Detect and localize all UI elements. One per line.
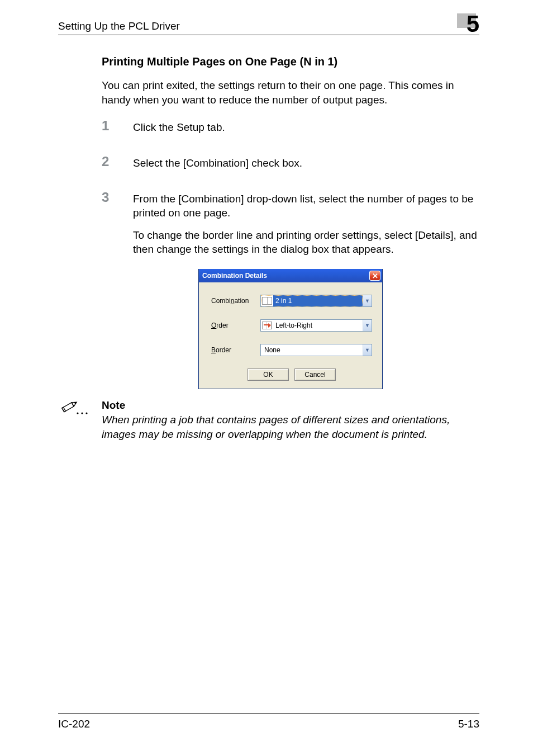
two-in-one-icon	[261, 295, 273, 306]
step-number: 2	[102, 155, 133, 168]
dialog-title: Combination Details	[202, 272, 267, 280]
order-value: Left-to-Right	[273, 320, 363, 331]
svg-rect-3	[62, 407, 66, 412]
footer-right: 5-13	[458, 718, 479, 730]
left-to-right-icon	[261, 320, 273, 331]
step-number: 1	[102, 119, 133, 133]
section-heading: Printing Multiple Pages on One Page (N i…	[102, 55, 479, 68]
combination-label: Combination	[211, 297, 260, 305]
combination-details-dialog: Combination Details ✕ Combination 2	[198, 269, 383, 389]
note-text: When printing a job that contains pages …	[102, 413, 479, 441]
footer-left: IC-202	[58, 718, 90, 730]
order-label: Order	[211, 322, 260, 329]
section-intro: You can print exited, the settings retur…	[102, 78, 479, 107]
note-block: Note When printing a job that contains p…	[58, 399, 479, 441]
step-number: 3	[102, 191, 133, 204]
combination-dropdown[interactable]: 2 in 1 ▼	[260, 295, 372, 307]
step-1: 1 Click the Setup tab.	[102, 120, 479, 143]
chevron-down-icon: ▼	[363, 295, 372, 306]
border-label: Border	[211, 346, 260, 354]
step-text: From the [Combination] drop-down list, s…	[133, 192, 479, 220]
border-dropdown[interactable]: None ▼	[260, 344, 372, 356]
ok-button[interactable]: OK	[248, 368, 289, 381]
note-heading: Note	[102, 399, 479, 412]
close-button[interactable]: ✕	[369, 271, 380, 281]
combination-value: 2 in 1	[273, 295, 363, 306]
svg-marker-1	[72, 400, 78, 407]
note-pencil-icon	[59, 396, 93, 418]
border-value: None	[261, 344, 363, 356]
svg-point-5	[81, 413, 83, 414]
dialog-titlebar: Combination Details ✕	[199, 269, 382, 282]
step-text: Click the Setup tab.	[133, 120, 225, 135]
cancel-button[interactable]: Cancel	[294, 368, 336, 381]
page-footer: IC-202 5-13	[58, 713, 479, 730]
step-text: Select the [Combination] check box.	[133, 156, 302, 171]
chapter-number-badge: 5	[457, 16, 479, 32]
svg-point-4	[77, 413, 78, 414]
chevron-down-icon: ▼	[363, 344, 372, 356]
running-title: Setting Up the PCL Driver	[58, 20, 180, 32]
chevron-down-icon: ▼	[363, 320, 372, 331]
step-text-extra: To change the border line and printing o…	[133, 228, 479, 257]
page-header: Setting Up the PCL Driver 5	[58, 16, 479, 35]
svg-point-6	[85, 413, 87, 414]
close-icon: ✕	[372, 272, 378, 280]
order-dropdown[interactable]: Left-to-Right ▼	[260, 319, 372, 332]
chapter-number: 5	[467, 15, 479, 34]
step-2: 2 Select the [Combination] check box.	[102, 156, 479, 178]
step-3: 3 From the [Combination] drop-down list,…	[102, 192, 479, 265]
